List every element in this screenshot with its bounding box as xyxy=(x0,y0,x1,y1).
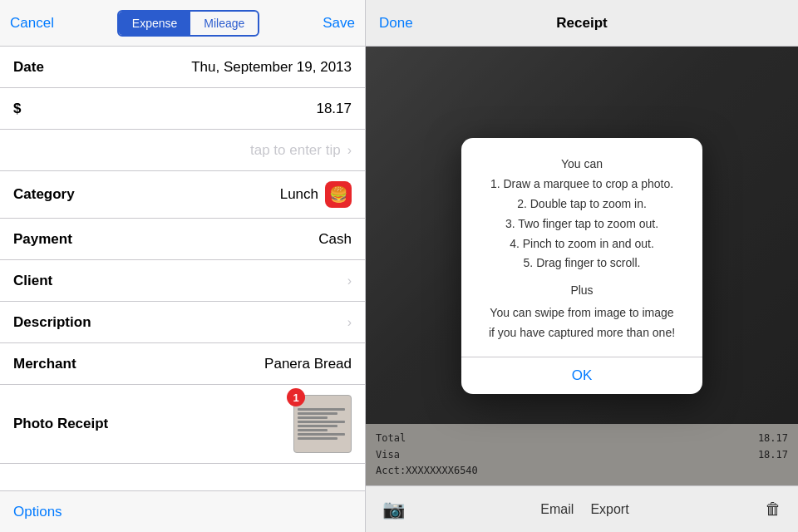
date-label: Date xyxy=(13,59,121,76)
amount-label: $ xyxy=(13,101,121,117)
export-button[interactable]: Export xyxy=(590,502,628,517)
camera-icon[interactable]: 📷 xyxy=(382,499,405,520)
category-value: Lunch xyxy=(280,186,318,203)
right-nav-bar: Done Receipt xyxy=(366,0,798,47)
category-row[interactable]: Category Lunch 🍔 xyxy=(0,171,365,219)
modal-extra-text: You can swipe from image to imageif you … xyxy=(478,303,686,343)
cancel-button[interactable]: Cancel xyxy=(10,15,54,32)
modal-overlay: You can 1. Draw a marquee to crop a phot… xyxy=(366,47,798,485)
ok-button[interactable]: OK xyxy=(461,357,702,394)
receipt-preview xyxy=(294,403,351,445)
email-button[interactable]: Email xyxy=(540,502,574,517)
description-row[interactable]: Description › xyxy=(0,302,365,343)
amount-value: 18.17 xyxy=(316,101,352,117)
payment-label: Payment xyxy=(13,231,121,248)
instruction-3: 3. Two finger tap to zoom out. xyxy=(478,214,686,234)
date-value: Thu, September 19, 2013 xyxy=(191,59,352,76)
right-bottom-toolbar: 📷 Email Export 🗑 xyxy=(366,485,798,532)
client-chevron-icon: › xyxy=(347,273,352,288)
client-label: Client xyxy=(13,273,121,289)
receipt-image-area[interactable]: Total 18.17 Visa 18.17 Acct:XXXXXXXX6540… xyxy=(366,47,798,485)
tip-row[interactable]: tap to enter tip › xyxy=(0,130,365,171)
photo-receipt-row[interactable]: Photo Receipt 1 xyxy=(0,385,365,464)
options-button[interactable]: Options xyxy=(13,504,62,520)
toolbar-actions: Email Export xyxy=(540,502,628,517)
trash-icon[interactable]: 🗑 xyxy=(765,500,781,519)
modal-intro: You can xyxy=(478,155,686,175)
category-icon: 🍔 xyxy=(325,181,352,208)
mileage-tab[interactable]: Mileage xyxy=(190,12,258,35)
description-label: Description xyxy=(13,314,121,331)
photo-badge-container: 1 xyxy=(293,395,352,453)
payment-row[interactable]: Payment Cash xyxy=(0,219,365,260)
instruction-4: 4. Pinch to zoom in and out. xyxy=(478,234,686,254)
modal-instructions: 1. Draw a marquee to crop a photo. 2. Do… xyxy=(478,175,686,273)
client-row[interactable]: Client › xyxy=(0,260,365,302)
segment-control: Expense Mileage xyxy=(117,10,260,37)
tip-chevron-icon: › xyxy=(347,143,352,158)
amount-row[interactable]: $ 18.17 xyxy=(0,88,365,130)
merchant-row[interactable]: Merchant Panera Bread xyxy=(0,343,365,385)
photo-label: Photo Receipt xyxy=(13,416,121,432)
photo-badge: 1 xyxy=(287,388,305,406)
done-button[interactable]: Done xyxy=(379,15,413,32)
instruction-2: 2. Double tap to zoom in. xyxy=(478,195,686,214)
form-section: Date Thu, September 19, 2013 $ 18.17 tap… xyxy=(0,47,365,490)
tip-placeholder: tap to enter tip xyxy=(250,142,341,159)
save-button[interactable]: Save xyxy=(323,15,355,32)
modal-box: You can 1. Draw a marquee to crop a phot… xyxy=(461,138,702,393)
instruction-5: 5. Drag finger to scroll. xyxy=(478,254,686,273)
category-label: Category xyxy=(13,186,121,203)
modal-content: You can 1. Draw a marquee to crop a phot… xyxy=(461,138,702,356)
payment-value: Cash xyxy=(318,231,352,248)
date-row[interactable]: Date Thu, September 19, 2013 xyxy=(0,47,365,88)
modal-plus: Plus xyxy=(478,283,686,297)
right-panel: Done Receipt Total 18.17 Visa 18.17 Acct… xyxy=(366,0,798,532)
receipt-title: Receipt xyxy=(556,15,607,32)
expense-tab[interactable]: Expense xyxy=(119,12,190,35)
category-icon-emoji: 🍔 xyxy=(329,185,347,204)
left-bottom-bar: Options xyxy=(0,490,365,532)
merchant-label: Merchant xyxy=(13,356,121,372)
instruction-1: 1. Draw a marquee to crop a photo. xyxy=(478,175,686,195)
left-nav-bar: Cancel Expense Mileage Save xyxy=(0,0,365,47)
left-panel: Cancel Expense Mileage Save Date Thu, Se… xyxy=(0,0,366,532)
description-chevron-icon: › xyxy=(347,315,352,330)
merchant-value: Panera Bread xyxy=(264,356,352,372)
